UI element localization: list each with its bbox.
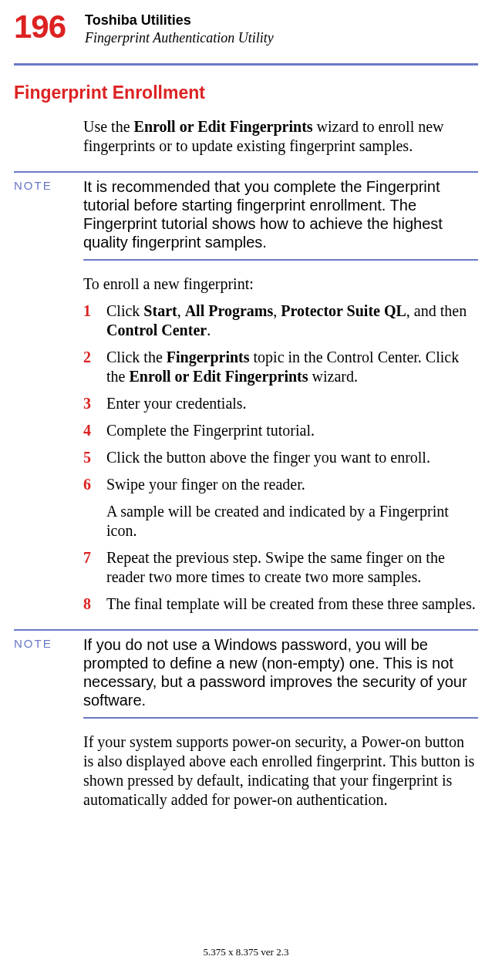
header-titles: Toshiba Utilities Fingerprint Authentica…: [85, 11, 274, 46]
step-body: Swipe your finger on the reader.: [106, 475, 478, 494]
step-number: 8: [83, 594, 106, 614]
note-text: If you do not use a Windows password, yo…: [83, 635, 478, 709]
step-body: Click Start, All Programs, Protector Sui…: [106, 301, 478, 340]
intro-pre: Use the: [83, 118, 134, 135]
t: Fingerprints: [167, 349, 250, 365]
t: All Programs: [185, 302, 274, 319]
note-label: NOTE: [14, 177, 83, 251]
intro-bold: Enroll or Edit Fingerprints: [134, 118, 313, 135]
closing-paragraph: If your system supports power-on securit…: [83, 732, 478, 810]
note-text: It is recommended that you complete the …: [83, 177, 478, 251]
t: , and then: [406, 302, 467, 319]
t: ,: [177, 302, 185, 319]
step-item: 7 Repeat the previous step. Swipe the sa…: [83, 548, 478, 587]
step-number: 2: [83, 348, 106, 386]
step-number: 6: [83, 475, 106, 494]
step-number: 1: [83, 301, 106, 340]
section-heading: Fingerprint Enrollment: [14, 83, 492, 103]
steps-list-cont: 7 Repeat the previous step. Swipe the sa…: [83, 548, 478, 614]
step-number: 5: [83, 448, 106, 467]
step-item: 6 Swipe your finger on the reader.: [83, 475, 478, 494]
page-number: 196: [0, 11, 85, 43]
pre-steps-text: To enroll a new fingerprint:: [83, 274, 478, 294]
t: Start: [143, 302, 177, 319]
t: Protector Suite QL: [281, 302, 406, 319]
note-rule: [83, 717, 478, 719]
chapter-title: Toshiba Utilities: [85, 12, 274, 29]
step-number: 4: [83, 421, 106, 440]
step-extra-text: A sample will be created and indicated b…: [106, 502, 478, 541]
step-body: Complete the Fingerprint tutorial.: [106, 421, 478, 440]
step-number: 3: [83, 394, 106, 413]
t: Click the: [106, 349, 167, 365]
step-item: 8 The final template will be created fro…: [83, 594, 478, 614]
step-item: 5 Click the button above the finger you …: [83, 448, 478, 467]
step-body: Click the Fingerprints topic in the Cont…: [106, 348, 478, 386]
step-item: 3 Enter your credentials.: [83, 394, 478, 413]
step-number: 7: [83, 548, 106, 587]
t: Control Center: [106, 322, 207, 338]
step-body: Repeat the previous step. Swipe the same…: [106, 548, 478, 587]
note-box-2: NOTE If you do not use a Windows passwor…: [14, 629, 478, 719]
note-box-1: NOTE It is recommended that you complete…: [14, 171, 478, 261]
note-label: NOTE: [14, 635, 83, 709]
footer-text: 5.375 x 8.375 ver 2.3: [0, 946, 492, 958]
intro-paragraph: Use the Enroll or Edit Fingerprints wiza…: [83, 117, 478, 156]
step-body: The final template will be created from …: [106, 594, 478, 614]
step-body: Enter your credentials.: [106, 394, 478, 413]
note-rule: [83, 259, 478, 261]
step-item: 4 Complete the Fingerprint tutorial.: [83, 421, 478, 440]
section-subtitle: Fingerprint Authentication Utility: [85, 30, 274, 46]
step-item: 2 Click the Fingerprints topic in the Co…: [83, 348, 478, 386]
t: ,: [273, 302, 281, 319]
step-body: Click the button above the finger you wa…: [106, 448, 478, 467]
t: .: [207, 322, 211, 338]
page-header: 196 Toshiba Utilities Fingerprint Authen…: [0, 0, 492, 52]
step-item: 1 Click Start, All Programs, Protector S…: [83, 301, 478, 340]
steps-list: 1 Click Start, All Programs, Protector S…: [83, 301, 478, 494]
t: Enroll or Edit Fingerprints: [129, 368, 308, 385]
t: wizard.: [308, 368, 358, 385]
header-rule: [14, 63, 478, 66]
t: Click: [106, 302, 143, 319]
